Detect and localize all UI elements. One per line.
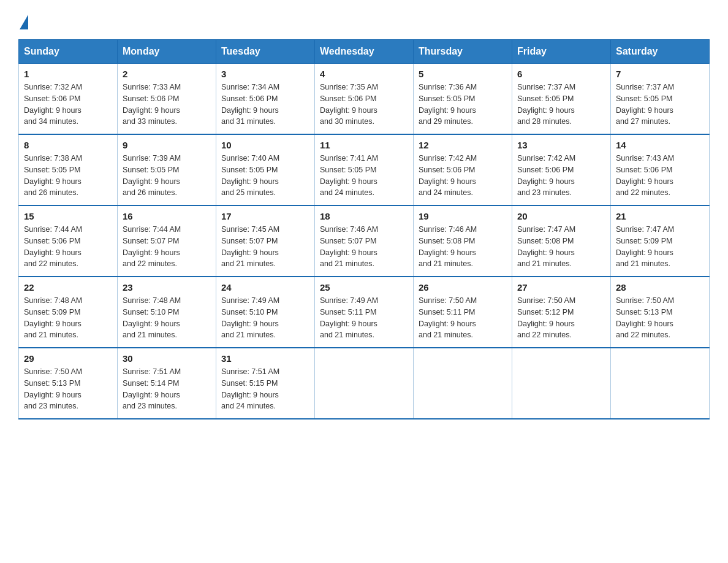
day-number: 11 bbox=[320, 140, 408, 150]
day-number: 27 bbox=[517, 282, 605, 293]
calendar-day-cell bbox=[414, 348, 512, 419]
day-info: Sunrise: 7:44 AMSunset: 5:06 PMDaylight:… bbox=[24, 224, 112, 270]
weekday-header-tuesday: Tuesday bbox=[216, 40, 315, 64]
day-info: Sunrise: 7:49 AMSunset: 5:11 PMDaylight:… bbox=[320, 295, 408, 341]
day-number: 31 bbox=[221, 353, 309, 364]
day-info: Sunrise: 7:51 AMSunset: 5:15 PMDaylight:… bbox=[221, 366, 309, 412]
calendar-week-row: 22Sunrise: 7:48 AMSunset: 5:09 PMDayligh… bbox=[19, 277, 710, 348]
calendar-day-cell: 16Sunrise: 7:44 AMSunset: 5:07 PMDayligh… bbox=[118, 205, 216, 277]
day-number: 15 bbox=[24, 211, 112, 221]
logo bbox=[18, 12, 28, 27]
calendar-day-cell bbox=[512, 348, 611, 419]
day-info: Sunrise: 7:42 AMSunset: 5:06 PMDaylight:… bbox=[419, 153, 507, 199]
weekday-header-monday: Monday bbox=[118, 40, 216, 64]
calendar-day-cell: 25Sunrise: 7:49 AMSunset: 5:11 PMDayligh… bbox=[315, 277, 414, 348]
calendar-week-row: 29Sunrise: 7:50 AMSunset: 5:13 PMDayligh… bbox=[19, 348, 710, 419]
day-number: 6 bbox=[517, 69, 605, 79]
calendar-day-cell: 19Sunrise: 7:46 AMSunset: 5:08 PMDayligh… bbox=[414, 205, 512, 277]
calendar-day-cell: 29Sunrise: 7:50 AMSunset: 5:13 PMDayligh… bbox=[19, 348, 118, 419]
day-number: 29 bbox=[24, 353, 112, 364]
day-number: 30 bbox=[123, 353, 211, 364]
day-number: 7 bbox=[616, 69, 704, 79]
day-info: Sunrise: 7:33 AMSunset: 5:06 PMDaylight:… bbox=[123, 82, 211, 128]
day-info: Sunrise: 7:37 AMSunset: 5:05 PMDaylight:… bbox=[517, 82, 605, 128]
day-number: 5 bbox=[419, 69, 507, 79]
logo-triangle-icon bbox=[20, 15, 28, 29]
day-number: 17 bbox=[221, 211, 309, 221]
day-info: Sunrise: 7:44 AMSunset: 5:07 PMDaylight:… bbox=[123, 224, 211, 270]
calendar-week-row: 15Sunrise: 7:44 AMSunset: 5:06 PMDayligh… bbox=[19, 205, 710, 277]
calendar-day-cell: 27Sunrise: 7:50 AMSunset: 5:12 PMDayligh… bbox=[512, 277, 611, 348]
calendar-day-cell: 18Sunrise: 7:46 AMSunset: 5:07 PMDayligh… bbox=[315, 205, 414, 277]
day-info: Sunrise: 7:46 AMSunset: 5:08 PMDaylight:… bbox=[419, 224, 507, 270]
calendar-day-cell: 30Sunrise: 7:51 AMSunset: 5:14 PMDayligh… bbox=[118, 348, 216, 419]
calendar-table: SundayMondayTuesdayWednesdayThursdayFrid… bbox=[18, 39, 710, 419]
calendar-day-cell: 5Sunrise: 7:36 AMSunset: 5:05 PMDaylight… bbox=[414, 64, 512, 135]
calendar-day-cell bbox=[315, 348, 414, 419]
day-number: 20 bbox=[517, 211, 605, 221]
weekday-header-thursday: Thursday bbox=[414, 40, 512, 64]
calendar-day-cell: 3Sunrise: 7:34 AMSunset: 5:06 PMDaylight… bbox=[216, 64, 315, 135]
calendar-week-row: 1Sunrise: 7:32 AMSunset: 5:06 PMDaylight… bbox=[19, 64, 710, 135]
weekday-header-row: SundayMondayTuesdayWednesdayThursdayFrid… bbox=[19, 40, 710, 64]
calendar-day-cell: 10Sunrise: 7:40 AMSunset: 5:05 PMDayligh… bbox=[216, 134, 315, 205]
day-number: 26 bbox=[419, 282, 507, 293]
calendar-day-cell: 17Sunrise: 7:45 AMSunset: 5:07 PMDayligh… bbox=[216, 205, 315, 277]
day-info: Sunrise: 7:38 AMSunset: 5:05 PMDaylight:… bbox=[24, 153, 112, 199]
calendar-day-cell: 12Sunrise: 7:42 AMSunset: 5:06 PMDayligh… bbox=[414, 134, 512, 205]
day-info: Sunrise: 7:43 AMSunset: 5:06 PMDaylight:… bbox=[616, 153, 704, 199]
day-number: 12 bbox=[419, 140, 507, 150]
day-number: 2 bbox=[123, 69, 211, 79]
weekday-header-sunday: Sunday bbox=[19, 40, 118, 64]
day-info: Sunrise: 7:32 AMSunset: 5:06 PMDaylight:… bbox=[24, 82, 112, 128]
day-number: 9 bbox=[123, 140, 211, 150]
day-info: Sunrise: 7:45 AMSunset: 5:07 PMDaylight:… bbox=[221, 224, 309, 270]
day-info: Sunrise: 7:48 AMSunset: 5:10 PMDaylight:… bbox=[123, 295, 211, 341]
page-header bbox=[18, 12, 710, 27]
day-number: 18 bbox=[320, 211, 408, 221]
day-number: 10 bbox=[221, 140, 309, 150]
day-number: 22 bbox=[24, 282, 112, 293]
day-number: 4 bbox=[320, 69, 408, 79]
calendar-day-cell bbox=[611, 348, 710, 419]
calendar-day-cell: 6Sunrise: 7:37 AMSunset: 5:05 PMDaylight… bbox=[512, 64, 611, 135]
day-info: Sunrise: 7:42 AMSunset: 5:06 PMDaylight:… bbox=[517, 153, 605, 199]
calendar-day-cell: 28Sunrise: 7:50 AMSunset: 5:13 PMDayligh… bbox=[611, 277, 710, 348]
day-info: Sunrise: 7:35 AMSunset: 5:06 PMDaylight:… bbox=[320, 82, 408, 128]
day-info: Sunrise: 7:48 AMSunset: 5:09 PMDaylight:… bbox=[24, 295, 112, 341]
calendar-day-cell: 31Sunrise: 7:51 AMSunset: 5:15 PMDayligh… bbox=[216, 348, 315, 419]
day-info: Sunrise: 7:50 AMSunset: 5:12 PMDaylight:… bbox=[517, 295, 605, 341]
day-info: Sunrise: 7:50 AMSunset: 5:13 PMDaylight:… bbox=[616, 295, 704, 341]
day-number: 14 bbox=[616, 140, 704, 150]
calendar-day-cell: 21Sunrise: 7:47 AMSunset: 5:09 PMDayligh… bbox=[611, 205, 710, 277]
day-info: Sunrise: 7:46 AMSunset: 5:07 PMDaylight:… bbox=[320, 224, 408, 270]
calendar-day-cell: 4Sunrise: 7:35 AMSunset: 5:06 PMDaylight… bbox=[315, 64, 414, 135]
day-number: 8 bbox=[24, 140, 112, 150]
calendar-day-cell: 20Sunrise: 7:47 AMSunset: 5:08 PMDayligh… bbox=[512, 205, 611, 277]
calendar-day-cell: 23Sunrise: 7:48 AMSunset: 5:10 PMDayligh… bbox=[118, 277, 216, 348]
calendar-week-row: 8Sunrise: 7:38 AMSunset: 5:05 PMDaylight… bbox=[19, 134, 710, 205]
day-number: 24 bbox=[221, 282, 309, 293]
calendar-day-cell: 9Sunrise: 7:39 AMSunset: 5:05 PMDaylight… bbox=[118, 134, 216, 205]
day-info: Sunrise: 7:39 AMSunset: 5:05 PMDaylight:… bbox=[123, 153, 211, 199]
calendar-day-cell: 1Sunrise: 7:32 AMSunset: 5:06 PMDaylight… bbox=[19, 64, 118, 135]
day-info: Sunrise: 7:50 AMSunset: 5:13 PMDaylight:… bbox=[24, 366, 112, 412]
calendar-day-cell: 13Sunrise: 7:42 AMSunset: 5:06 PMDayligh… bbox=[512, 134, 611, 205]
day-number: 13 bbox=[517, 140, 605, 150]
day-info: Sunrise: 7:37 AMSunset: 5:05 PMDaylight:… bbox=[616, 82, 704, 128]
day-number: 16 bbox=[123, 211, 211, 221]
day-number: 28 bbox=[616, 282, 704, 293]
calendar-day-cell: 7Sunrise: 7:37 AMSunset: 5:05 PMDaylight… bbox=[611, 64, 710, 135]
calendar-day-cell: 22Sunrise: 7:48 AMSunset: 5:09 PMDayligh… bbox=[19, 277, 118, 348]
day-info: Sunrise: 7:50 AMSunset: 5:11 PMDaylight:… bbox=[419, 295, 507, 341]
calendar-day-cell: 11Sunrise: 7:41 AMSunset: 5:05 PMDayligh… bbox=[315, 134, 414, 205]
calendar-day-cell: 24Sunrise: 7:49 AMSunset: 5:10 PMDayligh… bbox=[216, 277, 315, 348]
day-info: Sunrise: 7:36 AMSunset: 5:05 PMDaylight:… bbox=[419, 82, 507, 128]
day-number: 3 bbox=[221, 69, 309, 79]
calendar-day-cell: 14Sunrise: 7:43 AMSunset: 5:06 PMDayligh… bbox=[611, 134, 710, 205]
calendar-day-cell: 26Sunrise: 7:50 AMSunset: 5:11 PMDayligh… bbox=[414, 277, 512, 348]
day-info: Sunrise: 7:51 AMSunset: 5:14 PMDaylight:… bbox=[123, 366, 211, 412]
weekday-header-saturday: Saturday bbox=[611, 40, 710, 64]
day-info: Sunrise: 7:34 AMSunset: 5:06 PMDaylight:… bbox=[221, 82, 309, 128]
day-info: Sunrise: 7:47 AMSunset: 5:09 PMDaylight:… bbox=[616, 224, 704, 270]
